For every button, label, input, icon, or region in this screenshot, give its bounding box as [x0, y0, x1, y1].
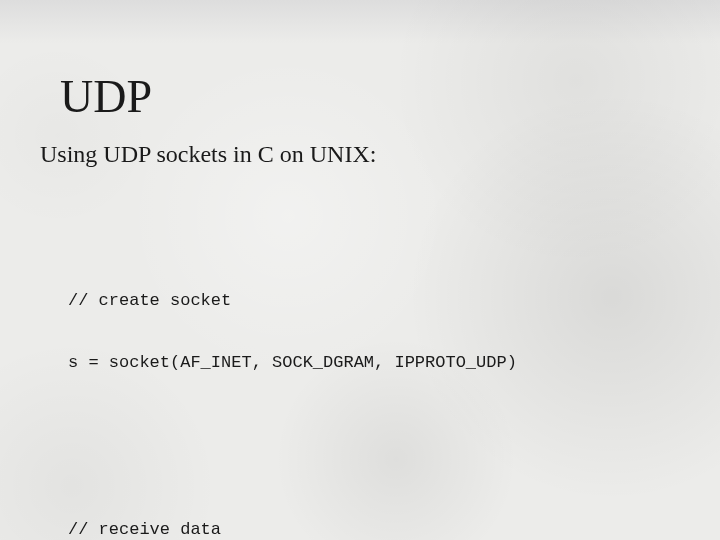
slide-container: UDP Using UDP sockets in C on UNIX: // c… [0, 0, 720, 540]
slide-subtitle: Using UDP sockets in C on UNIX: [40, 141, 660, 168]
slide-title: UDP [60, 70, 660, 123]
code-comment: // receive data [68, 520, 660, 540]
code-line: s = socket(AF_INET, SOCK_DGRAM, IPPROTO_… [68, 353, 660, 374]
code-block: // receive data recvfrom(s, buf, LEN, 0,… [68, 479, 660, 540]
code-comment: // create socket [68, 291, 660, 312]
code-block: // create socket s = socket(AF_INET, SOC… [68, 249, 660, 415]
code-area: // create socket s = socket(AF_INET, SOC… [68, 208, 660, 540]
